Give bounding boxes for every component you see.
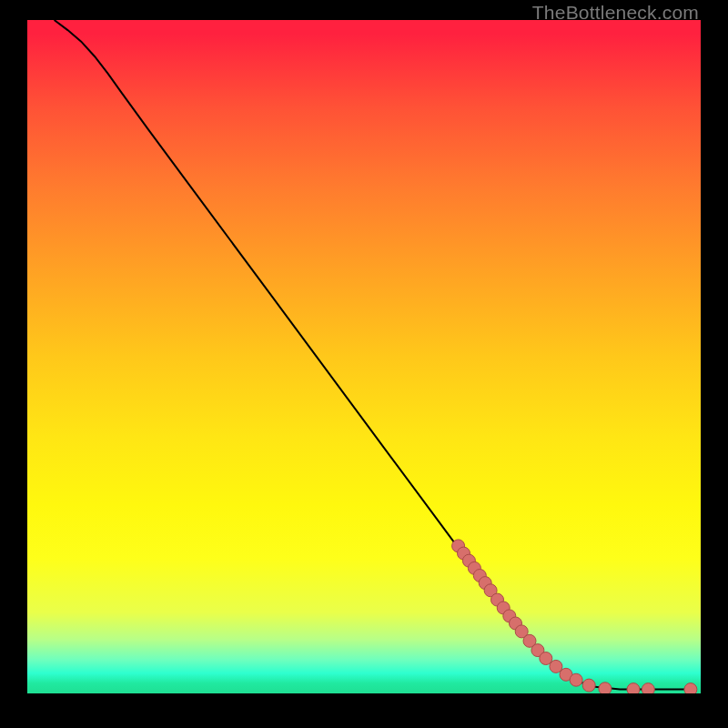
data-marker [642,683,654,693]
data-marker [582,679,595,692]
chart-svg [27,20,701,693]
data-marker [627,683,640,693]
marker-group [452,540,697,693]
data-marker [599,682,612,693]
data-marker [684,683,697,693]
curve-line [55,20,694,690]
chart-plot-area [27,20,701,693]
data-marker [570,673,582,686]
